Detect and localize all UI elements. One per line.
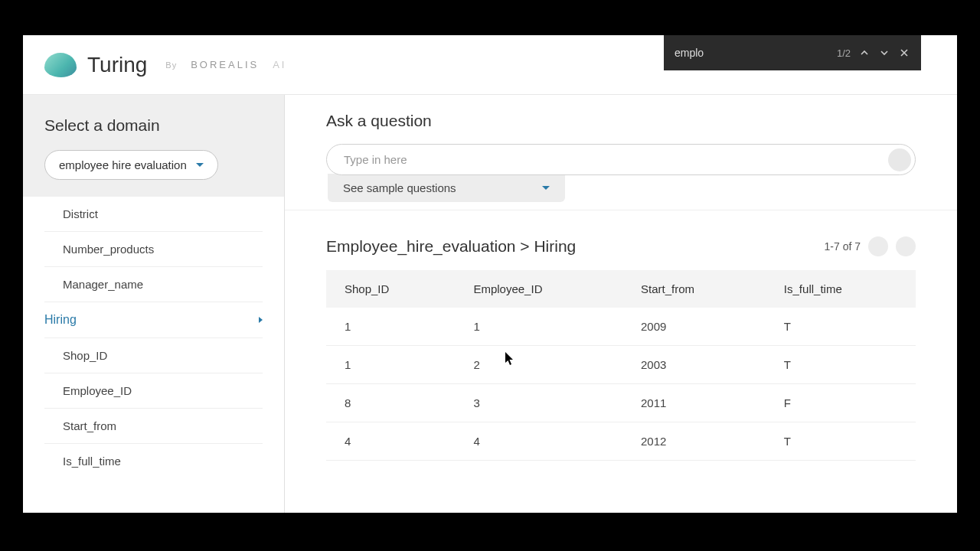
- brand-suffix: AI: [273, 59, 286, 70]
- table-cell: 3: [455, 384, 622, 422]
- column-header[interactable]: Shop_ID: [326, 270, 455, 308]
- table-cell: T: [766, 308, 916, 346]
- domain-select[interactable]: employee hire evaluation: [44, 150, 218, 180]
- schema-tree: District Number_products Manager_name Hi…: [23, 197, 284, 513]
- tree-column[interactable]: Start_from: [44, 408, 263, 443]
- table-cell: 2009: [622, 308, 766, 346]
- product-name: Turing: [87, 53, 147, 77]
- sample-questions-label: See sample questions: [343, 181, 456, 194]
- app-window: Turing By BOREALIS AI Select a domain em…: [23, 35, 957, 513]
- table-cell: 1: [455, 308, 622, 346]
- tree-column[interactable]: Manager_name: [44, 266, 263, 302]
- find-bar: 1/2: [664, 35, 921, 70]
- logo-icon: [44, 53, 77, 77]
- tree-column[interactable]: Is_full_time: [44, 443, 263, 478]
- pager-next-button[interactable]: [896, 236, 916, 256]
- table-cell: 2011: [622, 384, 766, 422]
- pager-range: 1-7 of 7: [825, 240, 861, 253]
- pager-prev-button[interactable]: [868, 236, 888, 256]
- chevron-down-icon: [196, 163, 204, 167]
- ask-title: Ask a question: [326, 112, 916, 130]
- column-header[interactable]: Employee_ID: [455, 270, 622, 308]
- brand-name: BOREALIS: [191, 59, 259, 70]
- table-cell: T: [766, 346, 916, 384]
- find-next-icon[interactable]: [878, 47, 890, 59]
- column-header[interactable]: Start_from: [622, 270, 766, 308]
- tree-column[interactable]: Employee_ID: [44, 373, 263, 408]
- submit-button[interactable]: [888, 148, 911, 171]
- table-row[interactable]: 122003T: [326, 346, 916, 384]
- logo: Turing By BOREALIS AI: [44, 53, 287, 77]
- table-row[interactable]: 442012T: [326, 422, 916, 461]
- table-cell: 8: [326, 384, 455, 422]
- table-cell: 1: [326, 308, 455, 346]
- breadcrumb: Employee_hire_evaluation > Hiring: [326, 237, 576, 256]
- table-row[interactable]: 112009T: [326, 308, 916, 346]
- tree-column[interactable]: Shop_ID: [44, 337, 263, 373]
- logo-by: By: [165, 60, 177, 70]
- question-input[interactable]: [326, 144, 916, 175]
- table-cell: F: [766, 384, 916, 422]
- find-prev-icon[interactable]: [858, 47, 871, 59]
- find-input[interactable]: [675, 47, 829, 59]
- tree-column[interactable]: District: [44, 197, 263, 231]
- table-cell: 2012: [622, 422, 766, 461]
- results-section: Employee_hire_evaluation > Hiring 1-7 of…: [285, 210, 957, 513]
- tree-table-label: Hiring: [44, 313, 77, 327]
- table-cell: 4: [326, 422, 455, 461]
- domain-select-value: employee hire evaluation: [59, 158, 187, 171]
- table-cell: T: [766, 422, 916, 461]
- tree-table-active[interactable]: Hiring: [44, 302, 263, 337]
- table-row[interactable]: 832011F: [326, 384, 916, 422]
- table-cell: 1: [326, 346, 455, 384]
- close-icon[interactable]: [898, 47, 910, 59]
- chevron-down-icon: [542, 186, 550, 190]
- data-table: Shop_ID Employee_ID Start_from Is_full_t…: [326, 270, 916, 461]
- chevron-right-icon: [259, 317, 263, 323]
- pager: 1-7 of 7: [825, 236, 916, 256]
- find-count: 1/2: [837, 47, 851, 59]
- column-header[interactable]: Is_full_time: [766, 270, 916, 308]
- table-cell: 2003: [622, 346, 766, 384]
- sidebar: Select a domain employee hire evaluation…: [23, 95, 285, 513]
- ask-section: Ask a question See sample questions: [285, 95, 957, 210]
- sample-questions-dropdown[interactable]: See sample questions: [328, 174, 565, 202]
- tree-column[interactable]: Number_products: [44, 231, 263, 266]
- table-cell: 4: [455, 422, 622, 461]
- sidebar-title: Select a domain: [44, 116, 263, 135]
- table-cell: 2: [455, 346, 622, 384]
- main-panel: Ask a question See sample questions Empl…: [285, 95, 957, 513]
